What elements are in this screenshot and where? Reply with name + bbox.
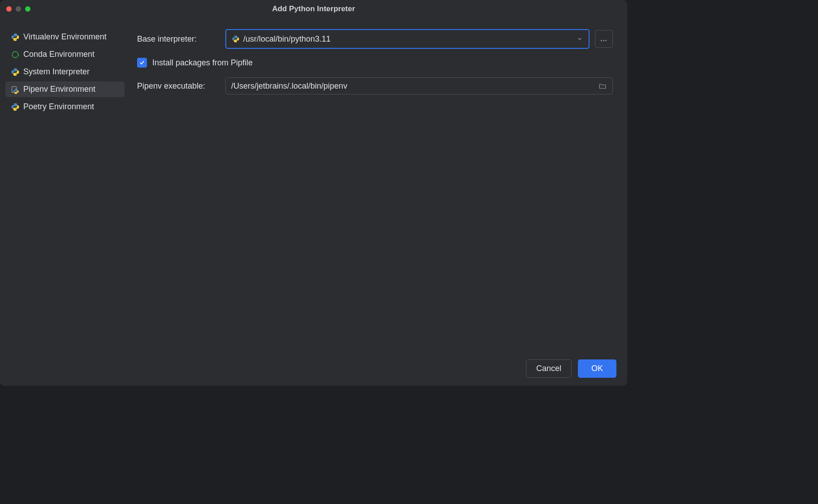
browse-interpreter-button[interactable]: … [595, 30, 613, 48]
conda-icon [11, 50, 20, 59]
sidebar: Virtualenv Environment Conda Environment [0, 18, 130, 351]
dialog-title: Add Python Interpreter [272, 4, 355, 13]
close-window-button[interactable] [6, 6, 12, 12]
dialog-window: Add Python Interpreter Virtualenv Enviro… [0, 0, 627, 386]
sidebar-item-poetry[interactable]: Poetry Environment [5, 99, 125, 115]
sidebar-item-virtualenv[interactable]: Virtualenv Environment [5, 29, 125, 45]
python-icon [232, 35, 240, 43]
pipenv-executable-label: Pipenv executable: [137, 81, 220, 91]
sidebar-item-label: Poetry Environment [23, 102, 94, 111]
base-interpreter-dropdown[interactable]: /usr/local/bin/python3.11 [225, 29, 590, 49]
ok-button[interactable]: OK [578, 359, 616, 378]
pipenv-icon [11, 85, 20, 94]
folder-icon[interactable] [598, 81, 607, 90]
install-packages-row: Install packages from Pipfile [137, 58, 613, 68]
sidebar-item-label: Virtualenv Environment [23, 32, 107, 42]
svg-point-0 [12, 51, 18, 58]
dialog-content: Virtualenv Environment Conda Environment [0, 18, 627, 351]
sidebar-item-pipenv[interactable]: Pipenv Environment [5, 81, 125, 97]
sidebar-item-label: System Interpreter [23, 67, 90, 77]
python-icon [11, 68, 20, 77]
sidebar-item-conda[interactable]: Conda Environment [5, 47, 125, 62]
pipenv-executable-value[interactable] [231, 81, 598, 91]
install-packages-label: Install packages from Pipfile [152, 58, 253, 68]
cancel-button[interactable]: Cancel [526, 359, 572, 378]
base-interpreter-value: /usr/local/bin/python3.11 [243, 34, 576, 44]
checkmark-icon [139, 60, 145, 66]
base-interpreter-label: Base interpreter: [137, 34, 220, 44]
python-icon [11, 33, 20, 42]
sidebar-item-label: Conda Environment [23, 50, 95, 59]
dialog-footer: Cancel OK [0, 351, 627, 386]
sidebar-item-system[interactable]: System Interpreter [5, 64, 125, 80]
base-interpreter-row: Base interpreter: /usr/local/bin/python3… [137, 29, 613, 49]
sidebar-item-label: Pipenv Environment [23, 85, 95, 94]
chevron-down-icon [576, 35, 583, 43]
minimize-window-button[interactable] [16, 6, 21, 12]
ellipsis-icon: … [600, 35, 608, 43]
pipenv-executable-row: Pipenv executable: [137, 77, 613, 94]
pipenv-executable-input[interactable] [225, 77, 613, 94]
install-packages-checkbox[interactable] [137, 58, 147, 68]
titlebar: Add Python Interpreter [0, 0, 627, 18]
python-icon [11, 103, 20, 111]
maximize-window-button[interactable] [25, 6, 30, 12]
main-panel: Base interpreter: /usr/local/bin/python3… [130, 18, 627, 351]
window-controls [6, 6, 30, 12]
